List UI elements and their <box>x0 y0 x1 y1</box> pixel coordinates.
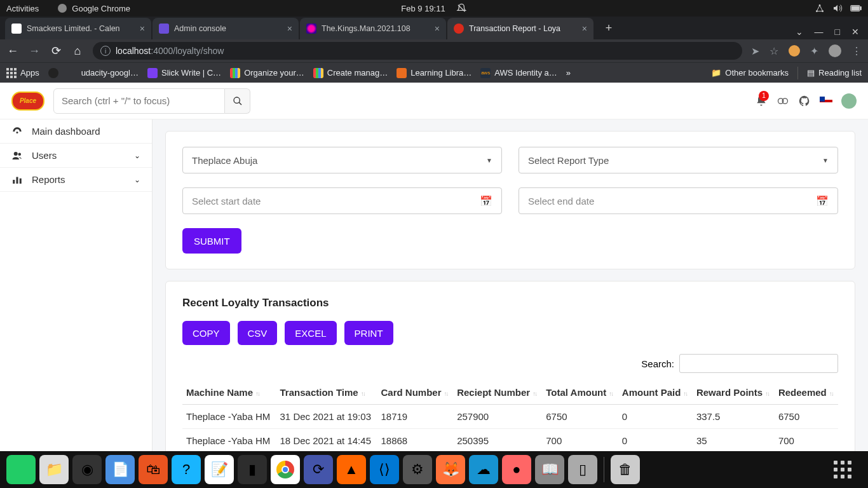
export-print-button[interactable]: PRINT <box>344 321 393 345</box>
show-applications-button[interactable] <box>834 461 851 478</box>
table-column-header[interactable]: Redeemed↑↓ <box>775 381 838 405</box>
table-column-header[interactable]: Reciept Number↑↓ <box>453 381 542 405</box>
dock-vlc[interactable]: ▲ <box>337 455 366 484</box>
start-date-input[interactable]: Select start date 📅 <box>182 187 502 214</box>
table-column-header[interactable]: Reward Points↑↓ <box>693 381 775 405</box>
dock-software[interactable]: 🛍 <box>139 455 168 484</box>
svg-point-11 <box>18 152 22 156</box>
search-button[interactable] <box>225 88 250 114</box>
language-flag-icon[interactable] <box>820 97 832 105</box>
site-info-icon[interactable]: i <box>100 46 111 56</box>
tab-close-icon[interactable]: × <box>435 24 440 34</box>
url-input[interactable]: i localhost:4000/loyalty/show <box>93 42 742 60</box>
table-column-header[interactable]: Total Amount↑↓ <box>542 381 618 405</box>
dock-help[interactable]: ? <box>172 455 201 484</box>
sidebar-item-label: Users <box>32 150 57 161</box>
dock-firefox[interactable]: 🦊 <box>436 455 465 484</box>
export-excel-button[interactable]: EXCEL <box>285 321 336 345</box>
do-not-disturb-icon[interactable] <box>457 3 467 13</box>
dock-app[interactable]: ● <box>502 455 531 484</box>
dock-chrome[interactable] <box>271 455 300 484</box>
bookmark-icon[interactable]: ☆ <box>770 45 778 57</box>
system-datetime[interactable]: Feb 9 19:11 <box>401 4 445 13</box>
tab-close-icon[interactable]: × <box>287 24 292 34</box>
dock-trash[interactable]: 🗑 <box>611 455 640 484</box>
chrome-menu-icon[interactable]: ⋮ <box>851 45 862 57</box>
report-type-select[interactable]: Select Report Type ▼ <box>519 147 838 173</box>
calendar-icon: 📅 <box>816 195 829 207</box>
dock-libreoffice[interactable]: 📄 <box>105 455 135 484</box>
sidebar-item-reports[interactable]: Reports ⌄ <box>0 168 152 192</box>
table-search-input[interactable] <box>679 354 838 373</box>
chevron-down-icon: ⌄ <box>134 151 140 160</box>
apps-shortcut[interactable]: Apps <box>6 68 39 78</box>
window-minimize-icon[interactable]: — <box>815 27 824 37</box>
dock-app[interactable]: ▯ <box>568 455 597 484</box>
network-icon[interactable] <box>815 3 825 13</box>
bookmarks-bar: Apps udacity-googl… Slick Write | C… Org… <box>0 62 868 83</box>
global-search-input[interactable] <box>53 88 225 114</box>
table-column-header[interactable]: Amount Paid↑↓ <box>618 381 693 405</box>
profile-icon[interactable] <box>829 44 841 57</box>
browser-tab[interactable]: Smackers Limited. - Calen × <box>5 18 151 39</box>
dock-vscode[interactable]: ⟨⟩ <box>370 455 399 484</box>
bookmark-item[interactable] <box>48 68 58 78</box>
other-bookmarks[interactable]: 📁Other bookmarks <box>711 68 789 78</box>
forward-button[interactable]: → <box>28 44 41 58</box>
notifications-button[interactable]: 1 <box>755 95 768 107</box>
dock-terminal[interactable]: ▮ <box>238 455 267 484</box>
battery-icon[interactable] <box>850 4 862 12</box>
tabs-dropdown-icon[interactable]: ⌄ <box>796 27 803 37</box>
tab-close-icon[interactable]: × <box>582 24 587 34</box>
dock-app[interactable] <box>6 455 36 484</box>
table-row[interactable]: Theplace -Yaba HM18 Dec 2021 at 14:45188… <box>182 429 838 452</box>
sidebar-item-users[interactable]: Users ⌄ <box>0 144 152 168</box>
extension-icon[interactable] <box>789 45 800 57</box>
sidebar-item-dashboard[interactable]: Main dashboard <box>0 119 152 144</box>
volume-icon[interactable] <box>832 3 843 13</box>
bookmark-item[interactable]: awsAWS Identity a… <box>480 68 557 78</box>
reading-list[interactable]: ▤Reading list <box>807 68 862 78</box>
reload-button[interactable]: ⟳ <box>50 44 62 58</box>
back-button[interactable]: ← <box>6 44 19 58</box>
dock-app[interactable]: 📖 <box>535 455 564 484</box>
export-copy-button[interactable]: COPY <box>182 321 230 345</box>
github-icon[interactable] <box>798 95 811 107</box>
table-row[interactable]: Theplace -Yaba HM31 Dec 2021 at 19:03187… <box>182 405 838 429</box>
dock-app[interactable]: ☁ <box>469 455 498 484</box>
window-maximize-icon[interactable]: □ <box>835 27 840 37</box>
home-button[interactable]: ⌂ <box>71 44 84 58</box>
bookmark-item[interactable]: Create manag… <box>313 68 388 78</box>
dock-app[interactable]: ⟳ <box>304 455 333 484</box>
bookmark-item[interactable]: Learning Libra… <box>397 68 471 78</box>
tab-close-icon[interactable]: × <box>140 24 145 34</box>
new-tab-button[interactable]: + <box>600 19 618 37</box>
window-close-icon[interactable]: ✕ <box>851 27 859 37</box>
tab-favicon <box>454 24 464 34</box>
app-logo[interactable]: Place <box>11 92 44 111</box>
export-csv-button[interactable]: CSV <box>238 321 278 345</box>
activities-button[interactable]: Activities <box>6 4 39 13</box>
bookmark-item[interactable]: Slick Write | C… <box>147 68 221 78</box>
dock-rhythmbox[interactable]: ◉ <box>72 455 102 484</box>
table-column-header[interactable]: Transaction Time↑↓ <box>276 381 377 405</box>
table-column-header[interactable]: Machine Name↑↓ <box>182 381 276 405</box>
extensions-menu-icon[interactable]: ✦ <box>810 45 818 57</box>
dock-files[interactable]: 📁 <box>39 455 69 484</box>
location-select[interactable]: Theplace Abuja ▼ <box>182 147 502 173</box>
theme-toggle-icon[interactable] <box>776 95 789 107</box>
send-icon[interactable]: ➤ <box>751 45 759 57</box>
bookmarks-overflow[interactable]: » <box>566 68 571 78</box>
user-avatar[interactable] <box>841 93 857 109</box>
table-column-header[interactable]: Card Number↑↓ <box>377 381 453 405</box>
browser-tab[interactable]: The.Kings.Man.2021.108 × <box>300 18 446 39</box>
dock-texteditor[interactable]: 📝 <box>205 455 234 484</box>
svg-point-10 <box>14 152 18 156</box>
bookmark-item[interactable]: Organize your… <box>230 68 304 78</box>
submit-button[interactable]: SUBMIT <box>182 228 241 254</box>
browser-tab-active[interactable]: Transaction Report - Loya × <box>447 18 593 39</box>
end-date-input[interactable]: Select end date 📅 <box>519 187 838 214</box>
dock-settings[interactable]: ⚙ <box>403 455 432 484</box>
bookmark-item[interactable]: udacity-googl… <box>67 68 139 78</box>
browser-tab[interactable]: Admin console × <box>153 18 299 39</box>
